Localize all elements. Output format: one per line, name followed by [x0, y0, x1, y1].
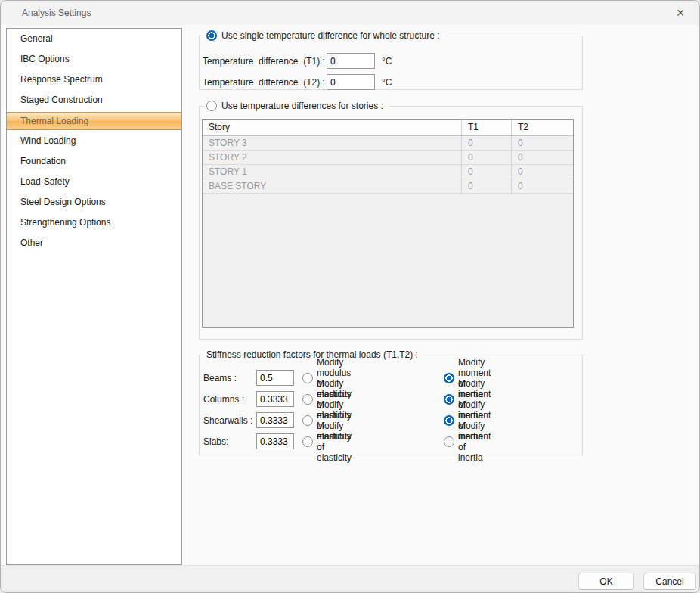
t1-label: Temperature difference (T1) :: [203, 56, 327, 67]
cell-t2: 0: [512, 136, 573, 150]
slabs-label: Slabs:: [203, 436, 256, 447]
single-temp-radio-row: Use single temperature difference for wh…: [204, 29, 445, 42]
close-icon[interactable]: ✕: [669, 4, 692, 22]
story-table-header: Story T1 T2: [203, 120, 573, 136]
settings-category-list: General IBC Options Response Spectrum St…: [6, 28, 182, 565]
sidebar-item-ibc-options[interactable]: IBC Options: [7, 49, 181, 70]
table-row: STORY 1 0 0: [203, 165, 573, 179]
single-temp-radio[interactable]: [206, 30, 217, 41]
sidebar-item-thermal-loading[interactable]: Thermal Loading: [7, 112, 181, 130]
t1-unit: °C: [382, 56, 392, 67]
sidebar-item-foundation[interactable]: Foundation: [7, 151, 181, 172]
cell-t2: 0: [512, 179, 573, 193]
columns-factor-input[interactable]: [256, 391, 294, 407]
sidebar-item-staged-construction[interactable]: Staged Construction: [7, 90, 181, 110]
cell-t1: 0: [462, 151, 512, 164]
cell-t2: 0: [512, 151, 573, 164]
slabs-inertia-label: Modify moment of inertia: [458, 421, 491, 463]
title-bar: Analysis Settings ✕: [1, 1, 699, 25]
sidebar-item-steel-design-options[interactable]: Steel Design Options: [7, 192, 181, 213]
analysis-settings-dialog: Analysis Settings ✕ General IBC Options …: [0, 0, 700, 593]
sidebar-item-strengthening-options[interactable]: Strengthening Options: [7, 213, 181, 233]
cell-t1: 0: [462, 179, 512, 193]
sidebar-item-load-safety[interactable]: Load-Safety: [7, 172, 181, 192]
story-temp-radio-label: Use temperature differences for stories …: [221, 101, 383, 111]
cell-t1: 0: [462, 136, 512, 150]
col-header-t1: T1: [462, 120, 512, 135]
single-temp-group: Use single temperature difference for wh…: [199, 36, 583, 90]
story-temp-group: Use temperature differences for stories …: [199, 106, 583, 340]
cell-story: STORY 1: [203, 165, 462, 179]
t2-field-row: Temperature difference (T2) : °C: [203, 74, 392, 90]
dialog-footer: OK Cancel: [1, 565, 699, 592]
t1-field-row: Temperature difference (T1) : °C: [203, 53, 392, 69]
beams-factor-input[interactable]: [256, 370, 294, 386]
sidebar-item-general[interactable]: General: [7, 29, 181, 49]
table-row: STORY 3 0 0: [203, 136, 573, 151]
sidebar-item-wind-loading[interactable]: Wind Loading: [7, 131, 181, 151]
window-title: Analysis Settings: [22, 1, 91, 25]
single-temp-radio-label: Use single temperature difference for wh…: [221, 30, 440, 41]
cell-story: STORY 2: [203, 151, 462, 164]
shearwalls-factor-input[interactable]: [256, 412, 294, 428]
stiffness-row-slabs: Slabs: Modify modulus of elasticity Modi…: [203, 433, 294, 449]
t2-unit: °C: [382, 77, 392, 88]
slabs-inertia-radio[interactable]: [444, 436, 454, 447]
cell-story: BASE STORY: [203, 179, 462, 193]
stiffness-group: Stiffness reduction factors for thermal …: [199, 355, 583, 455]
table-row: BASE STORY 0 0: [203, 179, 573, 194]
ok-button[interactable]: OK: [578, 573, 634, 590]
table-row: STORY 2 0 0: [203, 151, 573, 165]
cancel-button[interactable]: Cancel: [643, 573, 696, 590]
stiffness-row-beams: Beams : Modify modulus of elasticity Mod…: [203, 370, 294, 386]
slabs-factor-input[interactable]: [256, 433, 294, 449]
story-table[interactable]: Story T1 T2 STORY 3 0 0 STORY 2 0 0 STOR…: [202, 119, 574, 328]
stiffness-row-shearwalls: Shearwalls : Modify modulus of elasticit…: [203, 412, 294, 428]
cell-t2: 0: [512, 165, 573, 179]
slabs-modulus-label: Modify modulus of elasticity: [317, 421, 352, 463]
beams-label: Beams :: [203, 373, 256, 383]
columns-label: Columns :: [203, 394, 256, 405]
col-header-story: Story: [203, 120, 462, 135]
stiffness-row-columns: Columns : Modify modulus of elasticity M…: [203, 391, 294, 407]
cell-t1: 0: [462, 165, 512, 179]
sidebar-item-other[interactable]: Other: [7, 233, 181, 253]
t1-input[interactable]: [327, 53, 375, 69]
t2-label: Temperature difference (T2) :: [203, 77, 327, 88]
story-temp-radio[interactable]: [206, 101, 217, 111]
story-temp-radio-row: Use temperature differences for stories …: [204, 99, 389, 113]
cell-story: STORY 3: [203, 136, 462, 150]
slabs-modulus-radio[interactable]: [302, 436, 313, 447]
t2-input[interactable]: [327, 74, 375, 90]
shearwalls-label: Shearwalls :: [203, 415, 256, 426]
sidebar-item-response-spectrum[interactable]: Response Spectrum: [7, 70, 181, 90]
col-header-t2: T2: [512, 120, 573, 135]
